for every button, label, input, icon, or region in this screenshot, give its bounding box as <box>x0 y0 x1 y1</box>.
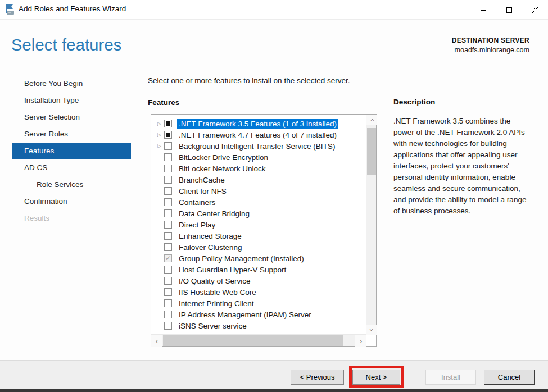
minimize-icon <box>480 7 487 13</box>
feature-label[interactable]: Direct Play <box>177 220 217 230</box>
window-title: Add Roles and Features Wizard <box>19 4 126 13</box>
features-listbox: ▷.NET Framework 3.5 Features (1 of 3 ins… <box>151 114 377 347</box>
expand-arrow-icon[interactable]: ▷ <box>156 132 163 138</box>
feature-checkbox[interactable] <box>164 266 172 274</box>
horizontal-scroll-thumb[interactable] <box>163 335 343 346</box>
feature-row[interactable]: BitLocker Network Unlock <box>151 163 366 174</box>
install-button: Install <box>425 370 476 385</box>
description-text: .NET Framework 3.5 combines the power of… <box>393 116 533 217</box>
feature-label[interactable]: .NET Framework 4.7 Features (4 of 7 inst… <box>177 130 338 140</box>
feature-row[interactable]: ▷Background Intelligent Transfer Service… <box>151 140 366 152</box>
feature-checkbox[interactable] <box>164 187 172 195</box>
scroll-down-icon[interactable]: › <box>366 325 377 335</box>
feature-checkbox[interactable] <box>164 288 172 296</box>
feature-row[interactable]: Internet Printing Client <box>151 298 366 309</box>
feature-checkbox[interactable] <box>164 165 172 172</box>
previous-button[interactable]: < Previous <box>291 370 344 385</box>
feature-row[interactable]: ▷.NET Framework 4.7 Features (4 of 7 ins… <box>151 129 366 140</box>
feature-checkbox[interactable] <box>164 131 172 139</box>
cancel-button[interactable]: Cancel <box>484 370 535 385</box>
feature-checkbox[interactable] <box>164 198 172 206</box>
feature-label[interactable]: BitLocker Drive Encryption <box>177 153 270 162</box>
feature-row[interactable]: Containers <box>151 197 366 208</box>
sidebar-item-ad-cs[interactable]: AD CS <box>12 159 131 176</box>
feature-label[interactable]: Data Center Bridging <box>177 209 251 218</box>
vertical-scroll-thumb[interactable] <box>367 128 376 175</box>
sidebar-item-server-roles[interactable]: Server Roles <box>12 126 131 143</box>
feature-row[interactable]: I/O Quality of Service <box>151 275 366 286</box>
feature-row[interactable]: Host Guardian Hyper-V Support <box>151 264 366 275</box>
feature-checkbox[interactable] <box>164 322 172 330</box>
feature-label[interactable]: I/O Quality of Service <box>177 276 252 286</box>
feature-label[interactable]: IIS Hostable Web Core <box>177 288 258 297</box>
sidebar-item-before-you-begin[interactable]: Before You Begin <box>12 75 131 92</box>
feature-label[interactable]: Failover Clustering <box>177 243 244 252</box>
feature-row[interactable]: Direct Play <box>151 219 366 230</box>
sidebar-item-server-selection[interactable]: Server Selection <box>12 109 131 126</box>
scroll-left-icon[interactable]: ‹ <box>151 335 162 347</box>
wizard-steps-sidebar: Before You BeginInstallation TypeServer … <box>12 75 131 227</box>
feature-label[interactable]: Background Intelligent Transfer Service … <box>177 142 337 151</box>
app-icon <box>4 4 16 16</box>
feature-row[interactable]: BitLocker Drive Encryption <box>151 152 366 163</box>
feature-row[interactable]: Failover Clustering <box>151 241 366 253</box>
feature-label[interactable]: Internet Printing Client <box>177 299 256 308</box>
wizard-window: Add Roles and Features Wizard Select fea… <box>0 0 548 392</box>
minimize-button[interactable] <box>470 0 496 20</box>
instruction-text: Select one or more features to install o… <box>148 76 350 85</box>
feature-checkbox: ✓ <box>164 254 172 262</box>
feature-checkbox[interactable] <box>164 232 172 240</box>
feature-row[interactable]: IIS Hostable Web Core <box>151 286 366 298</box>
feature-label[interactable]: BranchCache <box>177 175 227 185</box>
feature-row[interactable]: ▷.NET Framework 3.5 Features (1 of 3 ins… <box>151 118 366 129</box>
feature-row[interactable]: ✓Group Policy Management (Installed) <box>151 253 366 264</box>
feature-checkbox[interactable] <box>164 299 172 307</box>
feature-row[interactable]: Data Center Bridging <box>151 208 366 219</box>
feature-label[interactable]: Enhanced Storage <box>177 231 243 241</box>
feature-label[interactable]: BitLocker Network Unlock <box>177 164 268 174</box>
feature-label[interactable]: Group Policy Management (Installed) <box>177 254 306 263</box>
sidebar-item-confirmation[interactable]: Confirmation <box>12 193 131 210</box>
feature-label[interactable]: Containers <box>177 198 217 207</box>
feature-checkbox[interactable] <box>164 243 172 251</box>
features-rows: ▷.NET Framework 3.5 Features (1 of 3 ins… <box>151 118 366 331</box>
horizontal-scrollbar[interactable]: ‹ › <box>151 334 366 346</box>
scroll-right-icon[interactable]: › <box>355 335 366 347</box>
feature-checkbox[interactable] <box>164 142 172 150</box>
expand-arrow-icon[interactable]: ▷ <box>156 143 163 149</box>
feature-row[interactable]: IP Address Management (IPAM) Server <box>151 309 366 320</box>
feature-label[interactable]: .NET Framework 3.5 Features (1 of 3 inst… <box>177 119 338 129</box>
feature-label[interactable]: iSNS Server service <box>177 321 248 331</box>
feature-row[interactable]: iSNS Server service <box>151 320 366 331</box>
description-heading: Description <box>393 98 435 106</box>
sidebar-item-installation-type[interactable]: Installation Type <box>12 92 131 109</box>
close-button[interactable] <box>522 0 548 20</box>
next-button[interactable]: Next > <box>352 370 400 385</box>
feature-checkbox[interactable] <box>164 120 172 127</box>
vertical-scrollbar[interactable]: › › <box>366 115 376 335</box>
feature-checkbox[interactable] <box>164 221 172 229</box>
feature-row[interactable]: Client for NFS <box>151 185 366 197</box>
footer-bar: < Previous Next > Install Cancel <box>0 360 548 389</box>
feature-checkbox[interactable] <box>164 176 172 184</box>
sidebar-item-results: Results <box>12 210 131 227</box>
feature-label[interactable]: IP Address Management (IPAM) Server <box>177 310 313 320</box>
sidebar-item-features[interactable]: Features <box>12 143 131 159</box>
features-list-label: Features <box>148 98 179 107</box>
feature-label[interactable]: Client for NFS <box>177 186 228 196</box>
destination-server-label: DESTINATION SERVER <box>452 37 529 44</box>
feature-checkbox[interactable] <box>164 277 172 285</box>
destination-server-block: DESTINATION SERVER moadfs.miniorange.com <box>452 37 529 54</box>
feature-row[interactable]: BranchCache <box>151 174 366 185</box>
feature-label[interactable]: Host Guardian Hyper-V Support <box>177 265 288 275</box>
sidebar-item-role-services[interactable]: Role Services <box>12 176 131 193</box>
expand-arrow-icon[interactable]: ▷ <box>156 121 163 126</box>
title-bar: Add Roles and Features Wizard <box>0 0 548 20</box>
scroll-up-icon[interactable]: › <box>366 115 377 125</box>
feature-checkbox[interactable] <box>164 311 172 318</box>
feature-checkbox[interactable] <box>164 209 172 217</box>
maximize-button[interactable] <box>496 0 522 20</box>
feature-row[interactable]: Enhanced Storage <box>151 230 366 241</box>
feature-checkbox[interactable] <box>164 153 172 161</box>
page-title: Select features <box>11 36 121 54</box>
